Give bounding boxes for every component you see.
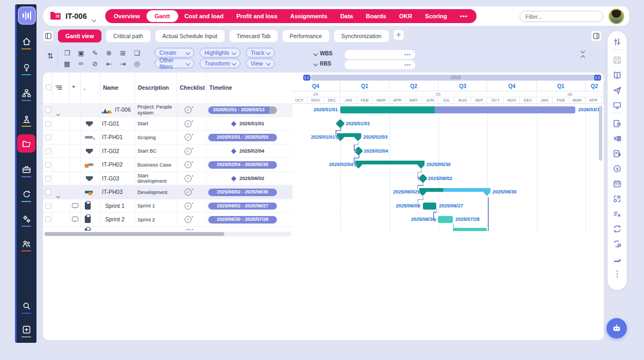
task-name[interactable]: IT-PH01 xyxy=(102,131,123,145)
more-icon[interactable] xyxy=(612,269,623,279)
column-checklist[interactable]: Checklist xyxy=(177,73,207,102)
toolbar-collapse-icon[interactable] xyxy=(581,49,584,59)
task-name[interactable]: Sprint 1 xyxy=(105,199,125,213)
row-checkbox[interactable] xyxy=(45,189,51,195)
task-description[interactable]: Development xyxy=(137,185,176,199)
table-row[interactable]: IT-006Project: People system✓2025/01/01 … xyxy=(43,103,292,117)
idea-icon[interactable] xyxy=(17,58,35,80)
view-tab-synchronization[interactable]: Synchronization xyxy=(334,30,389,42)
save-icon[interactable] xyxy=(612,55,623,66)
row-checkbox[interactable] xyxy=(45,162,51,168)
row-checkbox[interactable] xyxy=(45,217,51,222)
column-dot[interactable]: . xyxy=(81,73,100,102)
add-board-icon[interactable] xyxy=(17,320,35,342)
collapse-grid-icon[interactable] xyxy=(43,31,54,41)
milestone-date[interactable]: 2025/01/01 xyxy=(239,117,265,131)
table-row[interactable]: IT-G02Start BC✓2025/02/04 xyxy=(43,145,292,159)
table-row[interactable]: IT-PH03Development✓2025/06/02 - 2025/09/… xyxy=(43,185,292,199)
quarter-cell[interactable]: Q4 xyxy=(292,81,340,91)
add-checklist-icon[interactable]: ✓ xyxy=(185,134,192,141)
task-description[interactable]: Sprint 2 xyxy=(137,213,176,227)
band-handle-right[interactable]: ❙❙ xyxy=(594,75,601,81)
rank-icon[interactable] xyxy=(17,110,35,131)
comment-icon[interactable]: ❏ xyxy=(132,48,142,57)
quarter-cell[interactable]: Q4 xyxy=(487,81,536,91)
timeline-pill[interactable]: 2025/06/02 - 2025/06/27 xyxy=(208,203,277,210)
structure-icon[interactable] xyxy=(17,84,35,105)
milestone-date[interactable]: 2025/06/02 xyxy=(239,172,265,186)
knowledge-icon[interactable] xyxy=(612,70,623,81)
task-bar[interactable] xyxy=(423,203,436,210)
view-tab-actual-schedule-input[interactable]: Actual Schedule Input xyxy=(155,30,225,42)
task-name[interactable]: IT-PH03 xyxy=(102,185,123,199)
sync-messages-icon[interactable] xyxy=(612,239,623,249)
add-checklist-icon[interactable]: ✓ xyxy=(185,120,192,127)
add-checklist-icon[interactable]: ✓ xyxy=(185,161,192,168)
task-name[interactable]: Sprint 2 xyxy=(105,213,125,227)
automation-icon[interactable] xyxy=(612,193,623,204)
export-pdf-icon[interactable]: PDF xyxy=(612,118,623,129)
export-project-icon[interactable]: P xyxy=(612,148,623,159)
screen-share-icon[interactable] xyxy=(612,100,623,111)
phase-bar[interactable] xyxy=(358,161,421,164)
dropdown-track[interactable]: Track xyxy=(246,48,275,57)
timeline-pill[interactable]: 2025/06/02 - 2025/09/30 xyxy=(208,189,277,196)
dropdown-view[interactable]: View xyxy=(246,59,275,68)
view-tab-timecard-tab[interactable]: Timecard Tab xyxy=(229,30,278,42)
add-row-icon[interactable]: ⊞ xyxy=(118,48,128,57)
tab-overview[interactable]: Overview xyxy=(107,13,147,19)
dropdown-other-filters[interactable]: Other filters xyxy=(155,59,194,68)
edit-icon[interactable]: ✎ xyxy=(90,48,100,57)
task-description[interactable]: Project: People system xyxy=(137,103,176,117)
row-checkbox[interactable] xyxy=(45,121,51,127)
column-name[interactable]: Name xyxy=(100,73,135,102)
outdent-icon[interactable]: ⇤ xyxy=(104,59,114,68)
app-logo[interactable] xyxy=(18,6,36,25)
dropdown-highlights[interactable]: Highlights xyxy=(200,48,240,57)
hierarchy-column-icon[interactable] xyxy=(53,73,70,102)
toolbar-settings-icon[interactable]: ⇅ xyxy=(47,52,54,60)
unlink-icon[interactable]: ⊘ xyxy=(90,59,100,68)
add-checklist-icon[interactable]: ✓ xyxy=(185,175,192,182)
collapse-right-panel-icon[interactable] xyxy=(591,31,602,41)
column-timeline[interactable]: Timeline xyxy=(207,73,292,102)
row-checkbox[interactable] xyxy=(45,134,51,140)
project-code[interactable]: IT-006 xyxy=(65,12,87,20)
team-icon[interactable] xyxy=(17,234,35,256)
handover-icon[interactable] xyxy=(612,254,623,264)
tab-cost-and-load[interactable]: Cost and load xyxy=(178,13,230,19)
task-name[interactable]: IT-G03 xyxy=(102,172,119,186)
task-description[interactable]: Start BC xyxy=(137,145,176,159)
row-checkbox[interactable] xyxy=(45,176,51,182)
tab-more[interactable]: ••• xyxy=(453,13,474,19)
search-icon[interactable] xyxy=(17,297,35,318)
project-bar[interactable] xyxy=(340,106,575,113)
task-name[interactable]: IT-PH02 xyxy=(102,158,123,172)
task-description[interactable]: Start xyxy=(137,117,176,131)
quarter-cell[interactable]: Q2 xyxy=(586,81,604,91)
grid-hscroll-thumb[interactable] xyxy=(45,232,224,236)
tab-okr[interactable]: OKR xyxy=(393,13,419,19)
add-checklist-icon[interactable]: ✓ xyxy=(185,189,192,196)
table-row[interactable]: IT-G01Start✓2025/01/01 xyxy=(43,117,292,131)
row-checkbox[interactable] xyxy=(45,107,51,113)
timeline-pill[interactable]: 2025/01/01 - 2026/03/13 xyxy=(208,106,269,114)
tab-data[interactable]: Data xyxy=(334,13,360,19)
expander-chevron-icon[interactable] xyxy=(57,190,60,200)
task-bar[interactable] xyxy=(438,216,453,223)
column-description[interactable]: Description xyxy=(135,73,177,102)
link-icon[interactable]: ∞ xyxy=(76,59,86,68)
milestone-date[interactable]: 2025/02/04 xyxy=(239,145,265,159)
row-checkbox[interactable] xyxy=(45,148,51,154)
wbs-field[interactable]: ••• xyxy=(345,50,415,59)
quarter-cell[interactable]: Q1 xyxy=(537,81,586,91)
timeline-pill[interactable]: 2025/01/01 - 2025/02/03 xyxy=(208,134,277,141)
view-tab-gantt-view[interactable]: Gantt view xyxy=(58,30,101,42)
project-folder-icon[interactable] xyxy=(49,10,62,23)
quarter-cell[interactable]: Q2 xyxy=(390,81,438,91)
task-name[interactable]: IT-G02 xyxy=(102,145,119,159)
export-excel-icon[interactable] xyxy=(612,133,623,144)
view-tab-critical-path[interactable]: Critical path xyxy=(106,30,150,42)
view-tab-performance[interactable]: Performance xyxy=(282,30,330,42)
task-name[interactable]: IT-006 xyxy=(115,103,131,117)
